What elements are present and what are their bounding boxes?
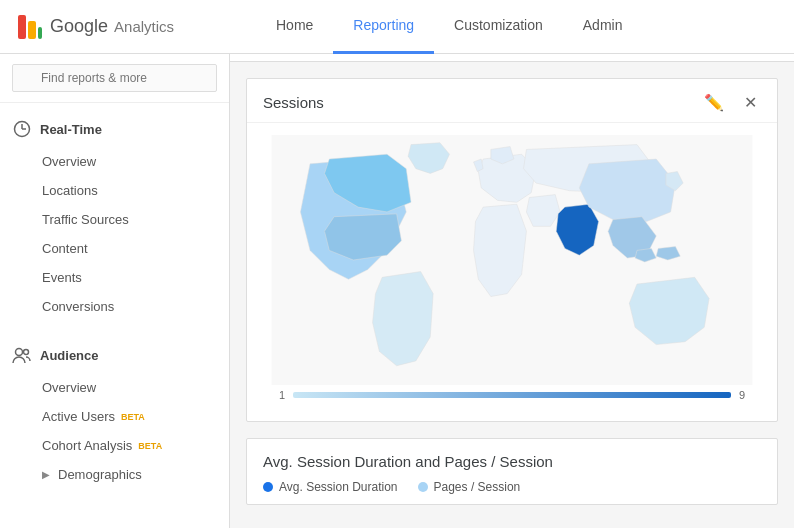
svg-rect-2 — [38, 27, 42, 39]
audience-active-users[interactable]: Active UsersBETA — [0, 402, 229, 431]
svg-rect-1 — [28, 21, 36, 39]
pages-per-session-legend: Pages / Session — [418, 480, 521, 494]
avg-session-title: Avg. Session Duration and Pages / Sessio… — [263, 453, 761, 470]
audience-cohort-analysis[interactable]: Cohort AnalysisBETA — [0, 431, 229, 460]
nav-customization[interactable]: Customization — [434, 0, 563, 54]
audience-section: Audience Overview Active UsersBETA Cohor… — [0, 329, 229, 497]
audience-items: Overview Active UsersBETA Cohort Analysi… — [0, 373, 229, 489]
avg-session-duration-legend: Avg. Session Duration — [263, 480, 398, 494]
svg-point-7 — [24, 350, 29, 355]
sessions-close-button[interactable]: ✕ — [740, 91, 761, 114]
sessions-widget-body: 1 9 — [247, 123, 777, 421]
svg-rect-0 — [18, 15, 26, 39]
avg-session-duration-dot — [263, 482, 273, 492]
audience-section-header[interactable]: Audience — [0, 337, 229, 373]
demographics-chevron-icon: ▶ — [42, 469, 50, 480]
realtime-overview[interactable]: Overview — [0, 147, 229, 176]
sessions-widget: Sessions ✏️ ✕ — [246, 78, 778, 422]
pages-per-session-dot — [418, 482, 428, 492]
realtime-conversions[interactable]: Conversions — [0, 292, 229, 321]
map-legend: 1 9 — [263, 385, 761, 409]
search-wrapper — [12, 64, 217, 92]
realtime-events[interactable]: Events — [0, 263, 229, 292]
audience-icon — [12, 345, 32, 365]
audience-overview[interactable]: Overview — [0, 373, 229, 402]
realtime-traffic-sources[interactable]: Traffic Sources — [0, 205, 229, 234]
top-bar-strip — [230, 54, 794, 62]
realtime-content[interactable]: Content — [0, 234, 229, 263]
realtime-section: Real-Time Overview Locations Traffic Sou… — [0, 103, 229, 329]
nav-reporting[interactable]: Reporting — [333, 0, 434, 54]
logo: Google Analytics — [16, 13, 196, 41]
world-map-container — [263, 135, 761, 385]
sessions-edit-button[interactable]: ✏️ — [700, 91, 728, 114]
sidebar: ◀ Real-Time Overview Locations — [0, 54, 230, 528]
search-input[interactable] — [12, 64, 217, 92]
top-navigation: Google Analytics Home Reporting Customiz… — [0, 0, 794, 54]
legend-max: 9 — [739, 389, 745, 401]
logo-analytics-text: Analytics — [114, 18, 174, 35]
pages-per-session-label: Pages / Session — [434, 480, 521, 494]
avg-session-duration-label: Avg. Session Duration — [279, 480, 398, 494]
realtime-icon — [12, 119, 32, 139]
nav-home[interactable]: Home — [256, 0, 333, 54]
world-map-svg — [263, 135, 761, 385]
sessions-widget-header: Sessions ✏️ ✕ — [247, 79, 777, 123]
active-users-beta-badge: BETA — [121, 412, 145, 422]
main-layout: ◀ Real-Time Overview Locations — [0, 54, 794, 528]
avg-session-widget: Avg. Session Duration and Pages / Sessio… — [246, 438, 778, 505]
logo-google-text: Google — [50, 16, 108, 37]
sessions-title: Sessions — [263, 94, 324, 111]
search-box — [0, 54, 229, 103]
main-nav: Home Reporting Customization Admin — [256, 0, 642, 54]
main-content: Sessions ✏️ ✕ — [230, 54, 794, 528]
google-analytics-logo-icon — [16, 13, 44, 41]
sidebar-collapse-button[interactable]: ◀ — [229, 64, 230, 88]
nav-admin[interactable]: Admin — [563, 0, 643, 54]
realtime-section-header[interactable]: Real-Time — [0, 111, 229, 147]
legend-gradient-bar — [293, 392, 731, 398]
legend-min: 1 — [279, 389, 285, 401]
realtime-label: Real-Time — [40, 122, 102, 137]
audience-label: Audience — [40, 348, 99, 363]
avg-session-legend-row: Avg. Session Duration Pages / Session — [263, 480, 761, 494]
cohort-analysis-beta-badge: BETA — [138, 441, 162, 451]
sessions-widget-actions: ✏️ ✕ — [700, 91, 761, 114]
svg-point-6 — [16, 349, 23, 356]
audience-demographics[interactable]: ▶ Demographics — [0, 460, 229, 489]
realtime-items: Overview Locations Traffic Sources Conte… — [0, 147, 229, 321]
realtime-locations[interactable]: Locations — [0, 176, 229, 205]
